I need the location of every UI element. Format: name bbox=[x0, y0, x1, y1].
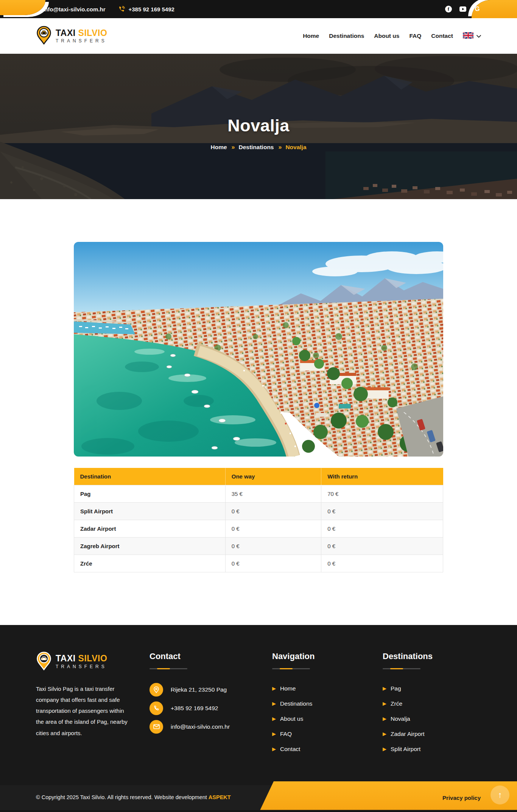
breadcrumb-separator-icon: » bbox=[232, 144, 234, 151]
footer-destinations-title: Destinations bbox=[383, 651, 481, 661]
footer-about-text: Taxi Silvio Pag is a taxi transfer compa… bbox=[36, 683, 131, 739]
footer-nav-about[interactable]: ▶About us bbox=[272, 715, 377, 722]
bottom-bar: © Copyright 2025 Taxi Silvio. All rights… bbox=[0, 785, 517, 812]
topbar-phone-text: +385 92 169 5492 bbox=[128, 6, 174, 12]
taxi-pin-icon bbox=[36, 26, 52, 46]
cell-with-return: 70 € bbox=[321, 485, 443, 502]
location-pin-icon bbox=[149, 683, 163, 697]
breadcrumb: Home » Destinations » Novalja bbox=[210, 144, 306, 151]
cell-with-return: 0 € bbox=[321, 502, 443, 520]
cell-with-return: 0 € bbox=[321, 520, 443, 537]
footer-nav-destinations[interactable]: ▶Destinations bbox=[272, 700, 377, 707]
col-with-return: With return bbox=[321, 468, 443, 485]
cell-one-way: 35 € bbox=[225, 485, 321, 502]
brand-name: TAXI SILVIO bbox=[56, 28, 107, 37]
footer-dest-split[interactable]: ▶Split Airport bbox=[383, 746, 481, 753]
footer-dest-pag[interactable]: ▶Pag bbox=[383, 685, 481, 692]
footer: TAXI SILVIO TRANSFERS Taxi Silvio Pag is… bbox=[0, 625, 517, 785]
google-icon[interactable]: G bbox=[474, 6, 481, 12]
footer-email[interactable]: info@taxi-silvio.com.hr bbox=[149, 720, 263, 734]
topbar-phone[interactable]: +385 92 169 5492 bbox=[118, 6, 174, 13]
uk-flag-icon bbox=[463, 32, 473, 40]
nav-about[interactable]: About us bbox=[374, 33, 399, 39]
footer-nav-home[interactable]: ▶Home bbox=[272, 685, 377, 692]
destination-photo bbox=[74, 242, 443, 457]
footer-address[interactable]: Rijeka 21, 23250 Pag bbox=[149, 683, 263, 697]
phone-icon bbox=[149, 701, 163, 715]
arrow-right-icon: ▶ bbox=[272, 747, 276, 751]
arrow-right-icon: ▶ bbox=[272, 701, 276, 706]
cell-one-way: 0 € bbox=[225, 502, 321, 520]
table-row: Pag 35 € 70 € bbox=[74, 485, 443, 502]
divider bbox=[272, 668, 310, 669]
brand-subtitle: TRANSFERS bbox=[56, 664, 107, 669]
cell-destination: Pag bbox=[74, 485, 226, 502]
language-selector[interactable] bbox=[463, 32, 481, 40]
footer-phone[interactable]: +385 92 169 5492 bbox=[149, 701, 263, 715]
footer-dest-zadar[interactable]: ▶Zadar Airport bbox=[383, 731, 481, 737]
table-row: Zadar Airport 0 € 0 € bbox=[74, 520, 443, 537]
aspekt-link[interactable]: ASPEKT bbox=[209, 794, 231, 800]
cell-destination: Zagreb Airport bbox=[74, 537, 226, 555]
table-row: Split Airport 0 € 0 € bbox=[74, 502, 443, 520]
youtube-icon[interactable] bbox=[459, 6, 466, 12]
pricing-table-header-row: Destination One way With return bbox=[74, 468, 443, 485]
cell-one-way: 0 € bbox=[225, 555, 321, 572]
table-row: Zagreb Airport 0 € 0 € bbox=[74, 537, 443, 555]
cell-with-return: 0 € bbox=[321, 555, 443, 572]
breadcrumb-separator-icon: » bbox=[278, 144, 281, 151]
scroll-to-top-button[interactable]: ↑ bbox=[491, 786, 509, 804]
facebook-icon[interactable]: f bbox=[445, 6, 452, 12]
main-content: Destination One way With return Pag 35 €… bbox=[0, 199, 517, 625]
nav-faq[interactable]: FAQ bbox=[409, 33, 421, 39]
arrow-right-icon: ▶ bbox=[383, 731, 386, 736]
brand-subtitle: TRANSFERS bbox=[56, 38, 107, 44]
col-one-way: One way bbox=[225, 468, 321, 485]
page-title: Novalja bbox=[227, 116, 290, 136]
taxi-pin-icon bbox=[36, 651, 52, 672]
phone-icon bbox=[118, 6, 125, 13]
envelope-icon bbox=[149, 720, 163, 734]
breadcrumb-home[interactable]: Home bbox=[210, 144, 227, 151]
arrow-right-icon: ▶ bbox=[383, 747, 386, 751]
arrow-right-icon: ▶ bbox=[272, 731, 276, 736]
privacy-policy-link[interactable]: Privacy policy bbox=[442, 795, 481, 801]
cell-destination: Zrće bbox=[74, 555, 226, 572]
site-header: TAXI SILVIO TRANSFERS Home Destinations … bbox=[0, 18, 517, 54]
footer-dest-novalja[interactable]: ▶Novalja bbox=[383, 715, 481, 722]
cell-destination: Zadar Airport bbox=[74, 520, 226, 537]
footer-nav-contact[interactable]: ▶Contact bbox=[272, 746, 377, 753]
arrow-right-icon: ▶ bbox=[383, 686, 386, 691]
table-row: Zrće 0 € 0 € bbox=[74, 555, 443, 572]
brand-logo[interactable]: TAXI SILVIO TRANSFERS bbox=[36, 26, 107, 46]
copyright-text: © Copyright 2025 Taxi Silvio. All rights… bbox=[36, 794, 231, 800]
cell-one-way: 0 € bbox=[225, 520, 321, 537]
footer-navigation-title: Navigation bbox=[272, 651, 377, 661]
pricing-table: Destination One way With return Pag 35 €… bbox=[74, 468, 443, 572]
cell-destination: Split Airport bbox=[74, 502, 226, 520]
topbar: info@taxi-silvio.com.hr +385 92 169 5492… bbox=[0, 0, 517, 18]
footer-contact-title: Contact bbox=[149, 651, 263, 661]
breadcrumb-current: Novalja bbox=[285, 144, 306, 151]
arrow-up-icon: ↑ bbox=[498, 790, 502, 800]
footer-address-text: Rijeka 21, 23250 Pag bbox=[171, 686, 227, 693]
footer-nav-faq[interactable]: ▶FAQ bbox=[272, 731, 377, 737]
brand-name: TAXI SILVIO bbox=[56, 654, 107, 663]
arrow-right-icon: ▶ bbox=[383, 716, 386, 721]
cell-with-return: 0 € bbox=[321, 537, 443, 555]
nav-contact[interactable]: Contact bbox=[431, 33, 453, 39]
chevron-down-icon bbox=[477, 33, 481, 39]
footer-brand-logo[interactable]: TAXI SILVIO TRANSFERS bbox=[36, 651, 139, 672]
footer-phone-text: +385 92 169 5492 bbox=[171, 705, 218, 712]
topbar-email[interactable]: info@taxi-silvio.com.hr bbox=[43, 6, 105, 12]
nav-destinations[interactable]: Destinations bbox=[329, 33, 364, 39]
nav-home[interactable]: Home bbox=[303, 33, 319, 39]
divider bbox=[149, 668, 187, 669]
footer-dest-zrce[interactable]: ▶Zrće bbox=[383, 700, 481, 707]
topbar-email-text: info@taxi-silvio.com.hr bbox=[43, 6, 105, 12]
arrow-right-icon: ▶ bbox=[272, 716, 276, 721]
breadcrumb-destinations[interactable]: Destinations bbox=[238, 144, 274, 151]
arrow-right-icon: ▶ bbox=[272, 686, 276, 691]
hero-banner: Novalja Home » Destinations » Novalja bbox=[0, 54, 517, 199]
main-nav: Home Destinations About us FAQ Contact bbox=[303, 32, 481, 40]
